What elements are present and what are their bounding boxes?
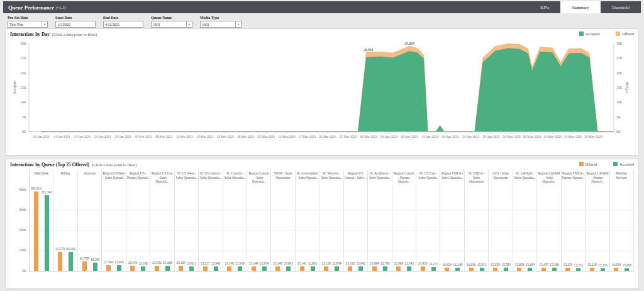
accepted-bar[interactable] <box>480 268 484 271</box>
preset-date-label: Pre-Set Date <box>8 16 48 20</box>
queue-group: SC Government - Sales Operati..23,14122,… <box>296 170 319 271</box>
accepted-bar[interactable] <box>238 266 242 271</box>
x-tick-label: 25-Mar-2023 <box>339 135 357 139</box>
accepted-bar[interactable] <box>286 266 291 271</box>
queue-name-select[interactable]: (All) ▼ <box>151 21 192 28</box>
queue-category-label: Region EMEA - Sales Operatio.. <box>440 170 464 190</box>
offered-bar[interactable] <box>396 266 401 271</box>
queue-group: SC LATAM - Sales Operatio..15,83915,694 <box>513 170 537 271</box>
queue-category-label: Billing <box>53 170 77 190</box>
accepted-bar[interactable] <box>504 268 508 271</box>
media-type-select[interactable]: (All) ▼ <box>200 21 242 28</box>
x-tick-label: 09-Apr-2023 <box>401 135 418 139</box>
offered-bar[interactable] <box>372 266 377 271</box>
tab-summary[interactable]: Summary <box>560 1 600 13</box>
accepted-bar[interactable] <box>262 266 267 271</box>
queue-bars: 23,12022,854 <box>319 190 343 271</box>
offered-value-label: 23,196 <box>225 261 234 265</box>
queue-chart-legend: Offered Accepted <box>579 162 634 166</box>
offered-bar[interactable] <box>517 268 521 271</box>
offered-bar[interactable] <box>590 268 594 271</box>
offered-bar[interactable] <box>203 266 208 271</box>
accepted-bar[interactable] <box>189 266 194 271</box>
accepted-bar[interactable] <box>625 268 629 271</box>
legend-offered[interactable]: Offered <box>616 31 634 36</box>
accepted-value-label: 40,195 <box>91 258 100 261</box>
accepted-bar[interactable] <box>117 265 121 271</box>
accepted-bar[interactable] <box>576 268 580 271</box>
offered-bar[interactable] <box>82 261 87 271</box>
accepted-bar[interactable] <box>311 266 315 271</box>
accepted-bar[interactable] <box>601 268 605 271</box>
offered-bar[interactable] <box>300 266 304 271</box>
start-date-input[interactable] <box>55 21 96 28</box>
accepted-bar[interactable] <box>69 252 73 271</box>
peak-value-label: 26,994 <box>364 48 373 52</box>
accepted-value-label: 13,252 <box>574 263 584 267</box>
queue-category-label: Member Services <box>610 170 633 190</box>
offered-bar[interactable] <box>155 266 159 271</box>
accepted-bar[interactable] <box>407 266 411 271</box>
y-tick-label: 100K <box>10 248 26 252</box>
accepted-bar[interactable] <box>214 266 218 271</box>
end-date-input[interactable] <box>103 21 143 28</box>
offered-bar[interactable] <box>106 265 111 271</box>
offered-bar[interactable] <box>421 266 425 271</box>
accepted-bar[interactable] <box>552 268 557 271</box>
offered-bar[interactable] <box>130 266 135 271</box>
offered-bar[interactable] <box>348 266 352 271</box>
accepted-area[interactable] <box>42 48 614 132</box>
queue-group: WEM - Sales Operations23,14823,003 <box>271 170 295 271</box>
legend-accepted[interactable]: Accepted <box>579 31 600 36</box>
chevron-down-icon: ▼ <box>42 21 46 27</box>
accepted-bar[interactable] <box>165 266 170 271</box>
preset-date-select[interactable]: This Year ▼ <box>8 21 48 28</box>
offered-bar[interactable] <box>34 191 38 271</box>
x-tick-label: 19-Apr-2023 <box>441 135 458 139</box>
legend-offered[interactable]: Offered <box>579 162 597 166</box>
offered-bar[interactable] <box>445 268 449 271</box>
queue-category-label: Region US Central - Sales .. <box>344 170 367 190</box>
offered-bar[interactable] <box>469 268 474 271</box>
accepted-bar[interactable] <box>93 263 97 271</box>
offered-bar[interactable] <box>227 266 231 271</box>
accepted-bar[interactable] <box>335 266 339 271</box>
queue-category-label: Region LATAM - Sales Operatio.. <box>537 170 560 190</box>
accepted-value-label: 22,842 <box>357 261 366 265</box>
accepted-value-label: 22,854 <box>332 261 341 265</box>
queue-bars: 23,08422,786 <box>368 190 391 271</box>
offered-value-label: 23,295 <box>177 261 186 265</box>
legend-accepted[interactable]: Accepted <box>613 162 634 166</box>
offered-bar[interactable] <box>179 266 183 271</box>
accepted-bar[interactable] <box>45 195 49 271</box>
tab-kpis[interactable]: KPIs <box>529 1 560 13</box>
offered-bar[interactable] <box>565 268 570 271</box>
queue-category-label: WEM - Sales Operations <box>271 170 294 190</box>
y-tick-label: 5K <box>616 115 621 119</box>
accepted-bar[interactable] <box>528 268 532 271</box>
accepted-bar[interactable] <box>358 266 363 271</box>
offered-bar[interactable] <box>324 266 328 271</box>
tab-threshold[interactable]: Threshold <box>601 1 641 13</box>
offered-value-label: 16,036 <box>467 263 476 266</box>
accepted-bar[interactable] <box>431 267 436 271</box>
offered-bar[interactable] <box>541 268 546 271</box>
accepted-swatch-icon <box>579 31 584 36</box>
queue-category-label: SC US East - Sales Operati.. <box>416 170 440 190</box>
accepted-bar[interactable] <box>141 266 145 271</box>
right-axis-title: Offered <box>625 82 629 93</box>
offered-bar[interactable] <box>493 268 497 271</box>
offered-bar[interactable] <box>275 266 280 271</box>
accepted-bar[interactable] <box>455 268 460 271</box>
queue-category-label: SC Canada - Sales Operatio.. <box>223 170 247 190</box>
queue-category-label: SC LATAM - Sales Operatio.. <box>513 170 536 190</box>
queue-bars: 14,91913,093 <box>610 190 633 271</box>
queue-bars: 21,92619,277 <box>416 190 440 271</box>
offered-bar[interactable] <box>58 252 62 271</box>
x-tick-label: 30-Mar-2023 <box>360 135 377 139</box>
offered-bar[interactable] <box>252 266 256 271</box>
offered-value-label: 15,929 <box>491 263 500 266</box>
offered-bar[interactable] <box>614 268 618 271</box>
accepted-bar[interactable] <box>383 266 387 271</box>
app-header-bar: Queue Performance (v1.3) KPIs Summary Th… <box>3 1 641 13</box>
